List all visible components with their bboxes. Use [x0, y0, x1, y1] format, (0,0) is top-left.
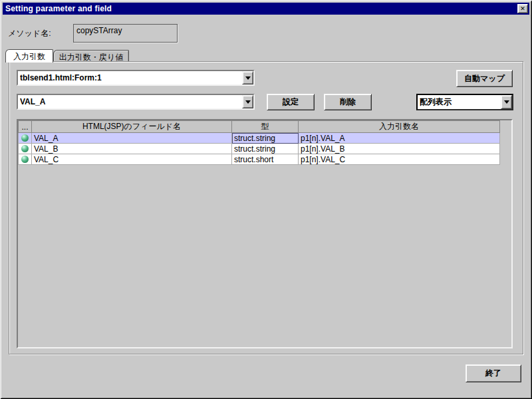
auto-map-button-label: 自動マップ: [464, 73, 505, 84]
exit-button-label: 終了: [485, 368, 501, 379]
status-cell[interactable]: [19, 133, 32, 144]
field-select-arrow-button[interactable]: [242, 95, 253, 108]
column-header-argument[interactable]: 入力引数名: [299, 121, 500, 133]
column-header-status[interactable]: ...: [19, 121, 32, 133]
form-select-value: tblsend1.html:Form:1: [20, 71, 240, 84]
form-select-arrow-button[interactable]: [242, 71, 253, 84]
tab-output-arguments-label: 出力引数・戻り値: [59, 53, 123, 62]
close-icon: ✕: [520, 5, 525, 12]
method-name-label: メソッド名:: [8, 28, 51, 39]
field-cell[interactable]: VAL_C: [32, 154, 232, 165]
input-arguments-panel: tblsend1.html:Form:1 自動マップ VAL_A 設定 削除 配…: [9, 61, 523, 354]
chevron-down-icon: [504, 100, 509, 104]
array-view-select-arrow-button[interactable]: [501, 95, 512, 109]
mapping-table: ... HTML(JSP)のフィールド名 型 入力引数名 VAL_A struc…: [18, 120, 500, 165]
field-select-value: VAL_A: [20, 95, 240, 108]
column-header-field[interactable]: HTML(JSP)のフィールド名: [32, 121, 232, 133]
table-row[interactable]: VAL_B struct.string p1[n].VAL_B: [19, 144, 500, 154]
table-header-row: ... HTML(JSP)のフィールド名 型 入力引数名: [19, 121, 500, 133]
array-view-select[interactable]: 配列表示: [416, 94, 513, 110]
table-row[interactable]: VAL_C struct.short p1[n].VAL_C: [19, 154, 500, 165]
argument-cell[interactable]: p1[n].VAL_A: [299, 133, 500, 144]
table-row[interactable]: VAL_A struct.string p1[n].VAL_A: [19, 133, 500, 144]
status-ball-icon: [21, 145, 29, 152]
status-cell[interactable]: [19, 154, 32, 165]
window-title: Setting parameter and field: [5, 4, 112, 13]
type-cell[interactable]: struct.string: [232, 133, 299, 144]
mapping-table-scrollpane[interactable]: ... HTML(JSP)のフィールド名 型 入力引数名 VAL_A struc…: [17, 119, 513, 348]
type-cell[interactable]: struct.short: [232, 154, 299, 165]
tab-input-arguments-label: 入力引数: [13, 52, 45, 61]
status-cell[interactable]: [19, 144, 32, 154]
exit-button[interactable]: 終了: [466, 364, 521, 382]
title-bar[interactable]: Setting parameter and field ✕: [3, 3, 529, 15]
auto-map-button[interactable]: 自動マップ: [456, 70, 513, 87]
form-select[interactable]: tblsend1.html:Form:1: [17, 70, 255, 86]
type-cell[interactable]: struct.string: [232, 144, 299, 154]
chevron-down-icon: [245, 100, 251, 104]
method-name-field[interactable]: copySTArray: [73, 24, 178, 43]
chevron-down-icon: [245, 76, 251, 80]
array-view-select-value: 配列表示: [420, 95, 499, 109]
delete-button-label: 削除: [340, 96, 356, 108]
tab-output-arguments[interactable]: 出力引数・戻り値: [53, 50, 129, 61]
argument-cell[interactable]: p1[n].VAL_B: [299, 144, 500, 154]
dialog-window: Setting parameter and field ✕ メソッド名: cop…: [0, 0, 532, 399]
set-button-label: 設定: [283, 96, 299, 108]
status-ball-icon: [21, 134, 29, 142]
column-header-type[interactable]: 型: [232, 121, 299, 133]
tab-input-arguments[interactable]: 入力引数: [5, 49, 53, 63]
argument-cell[interactable]: p1[n].VAL_C: [299, 154, 500, 165]
field-cell[interactable]: VAL_A: [32, 133, 232, 144]
field-cell[interactable]: VAL_B: [32, 144, 232, 154]
close-button[interactable]: ✕: [517, 4, 528, 13]
set-button[interactable]: 設定: [267, 94, 315, 110]
delete-button[interactable]: 削除: [324, 94, 372, 110]
status-ball-icon: [21, 156, 29, 163]
field-select[interactable]: VAL_A: [17, 94, 255, 110]
